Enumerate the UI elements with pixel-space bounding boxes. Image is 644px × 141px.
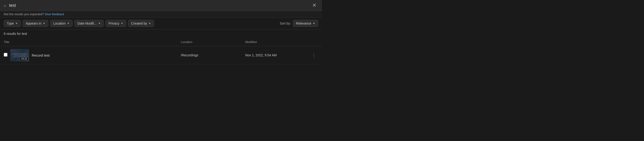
search-input[interactable]: [9, 3, 308, 8]
thumb-line-3: [14, 55, 25, 56]
column-header-actions: [306, 38, 322, 46]
feedback-link[interactable]: Give feedback: [45, 12, 64, 16]
type-filter-button[interactable]: Type ▼: [4, 20, 21, 27]
column-header-title: Title: [0, 38, 177, 46]
search-bar: ⌕ ✕: [0, 0, 322, 11]
actions-cell: ⋮: [306, 46, 322, 64]
location-chevron-icon: ▼: [67, 22, 70, 25]
row-checkbox-wrapper[interactable]: [4, 53, 8, 58]
close-button[interactable]: ✕: [310, 2, 318, 9]
column-header-modified: Modified: [242, 38, 306, 46]
modified-text: Nov 1, 2022, 9:54 AM: [245, 53, 277, 57]
thumb-line-2: [12, 54, 28, 55]
location-cell: /Recordings: [177, 46, 242, 64]
sort-value: Relevance: [296, 22, 311, 25]
sort-area: Sort by: Relevance ▼: [280, 20, 318, 27]
thumb-line-1: [13, 53, 26, 54]
results-table: Title Location Modified: [0, 38, 322, 64]
date-modified-chevron-icon: ▼: [98, 22, 100, 25]
sort-label: Sort by:: [280, 22, 291, 25]
privacy-chevron-icon: ▼: [121, 22, 123, 25]
results-count: 6 results for test: [0, 30, 322, 38]
sort-button[interactable]: Relevance ▼: [293, 20, 318, 27]
more-options-button[interactable]: ⋮: [310, 51, 318, 59]
location-text: /Recordings: [181, 53, 198, 57]
created-by-chevron-icon: ▼: [149, 22, 151, 25]
created-by-filter-button[interactable]: Created by ▼: [128, 20, 154, 27]
sort-chevron-icon: ▼: [313, 22, 315, 25]
date-modified-filter-button[interactable]: Date Modifi... ▼: [74, 20, 104, 27]
result-title[interactable]: Record test: [32, 53, 50, 57]
appears-in-chevron-icon: ▼: [43, 22, 45, 25]
duration-badge: 03:32: [20, 57, 28, 60]
table-row: 03:32 Record test /Recordings Nov 1, 202…: [0, 46, 322, 64]
title-cell: 03:32 Record test: [0, 46, 177, 64]
thumbnail-wrapper: 03:32: [10, 49, 29, 61]
location-filter-button[interactable]: Location ▼: [50, 20, 72, 27]
search-icon: ⌕: [4, 3, 6, 8]
modified-cell: Nov 1, 2022, 9:54 AM: [242, 46, 306, 64]
feedback-text: Not the results you expected?: [4, 12, 44, 16]
feedback-bar: Not the results you expected? Give feedb…: [0, 11, 322, 18]
privacy-filter-button[interactable]: Privacy ▼: [106, 20, 126, 27]
row-checkbox[interactable]: [4, 53, 8, 57]
filters-bar: Type ▼ Appears in ▼ Location ▼ Date Modi…: [0, 18, 322, 30]
column-header-location: Location: [177, 38, 242, 46]
appears-in-filter-button[interactable]: Appears in ▼: [23, 20, 48, 27]
table-header-row: Title Location Modified: [0, 38, 322, 46]
type-chevron-icon: ▼: [15, 22, 18, 25]
